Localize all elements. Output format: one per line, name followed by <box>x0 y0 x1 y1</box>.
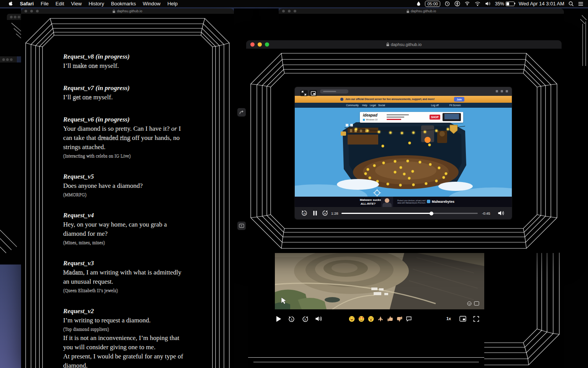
traffic-light[interactable] <box>6 58 9 61</box>
background-window <box>561 8 588 368</box>
play-button[interactable] <box>276 315 282 322</box>
menubar-item-bookmarks[interactable]: Bookmarks <box>108 1 139 7</box>
nav-link[interactable]: Social <box>378 104 385 107</box>
timer-widget[interactable]: 05:00 <box>425 1 440 7</box>
close-button[interactable] <box>250 43 255 47</box>
emoji-thumbs-up-icon[interactable] <box>387 316 393 322</box>
apple-logo-icon <box>8 1 13 7</box>
exit-fullscreen-button[interactable] <box>300 90 308 96</box>
menu-icon <box>506 90 508 92</box>
volume-button[interactable] <box>498 210 505 217</box>
traffic-light[interactable] <box>14 16 16 18</box>
window-titlebar[interactable]: daphsu.github.io <box>21 8 234 14</box>
volume-button[interactable] <box>315 315 322 322</box>
traffic-light[interactable] <box>10 16 13 18</box>
spotlight-search-icon[interactable] <box>568 1 574 7</box>
emoji-thumbs-down-icon[interactable] <box>397 316 403 322</box>
wifi-icon[interactable] <box>474 1 481 6</box>
battery-icon <box>506 2 514 6</box>
background-window-titlebar <box>7 14 21 20</box>
nav-link[interactable]: Legal <box>370 104 376 107</box>
svg-text:15: 15 <box>323 212 326 215</box>
zoom-button[interactable] <box>294 10 296 13</box>
skip-forward-button[interactable]: 15 <box>322 210 328 217</box>
lock-icon <box>407 10 409 13</box>
join-button[interactable]: Join <box>454 97 464 102</box>
svg-text:15: 15 <box>303 212 305 215</box>
menubar-clock[interactable]: Wed Apr 14 3:01 AM <box>519 1 564 7</box>
window-title: daphsu.github.io <box>113 9 142 13</box>
menubar-app-name[interactable]: Safari <box>16 1 37 7</box>
fit-screen-button[interactable]: Fit Screen <box>449 104 461 107</box>
battery-status[interactable]: 35% <box>495 1 514 7</box>
mine-video[interactable] <box>275 250 484 309</box>
emoji-laughing-icon[interactable] <box>349 316 355 322</box>
window-titlebar[interactable]: daphsu.github.io <box>279 8 564 14</box>
fullscreen-button[interactable] <box>473 316 479 322</box>
skip-back-button[interactable]: 15 <box>301 210 308 217</box>
diamond-frame-art <box>248 357 484 358</box>
remaining-time: -0:45 <box>482 211 490 215</box>
log-off-button[interactable]: Log off <box>431 104 439 107</box>
elapsed-time: 1:28 <box>331 211 338 215</box>
game-scene[interactable]: ideapad Windows 10 SHOP <box>295 108 512 197</box>
picture-in-picture-button[interactable] <box>309 90 317 96</box>
droplet-icon[interactable] <box>416 1 421 6</box>
airdrop-icon[interactable] <box>464 1 470 6</box>
skip-forward-button[interactable]: 5 <box>302 315 309 323</box>
comment-button[interactable] <box>406 316 412 322</box>
background-window-titlebar <box>0 56 17 62</box>
zoom-button[interactable] <box>36 10 39 13</box>
window-titlebar[interactable]: daphsu.github.io <box>246 40 562 49</box>
menubar-item-window[interactable]: Window <box>139 1 164 7</box>
video-button[interactable] <box>237 222 246 230</box>
apple-menu[interactable] <box>5 1 16 7</box>
menubar-item-view[interactable]: View <box>68 1 85 7</box>
control-center-icon[interactable] <box>578 2 583 6</box>
emoji-praying-hands-icon[interactable] <box>377 316 384 322</box>
background-window-frame-fragment <box>0 215 21 264</box>
pause-button[interactable] <box>312 210 318 217</box>
shop-button[interactable]: SHOP <box>430 115 440 120</box>
safari-window-front[interactable]: daphsu.github.io <box>246 40 562 253</box>
lenovo-ad-banner[interactable]: ideapad Windows 10 SHOP <box>360 112 463 123</box>
playback-speed-button[interactable]: 1x <box>446 316 451 321</box>
request-block: Request_v6 (in progress) Your diamond is… <box>63 115 186 159</box>
malwarebytes-banner: Malware sucks. ALL-RITE? Protect your de… <box>295 197 512 207</box>
menubar-item-help[interactable]: Help <box>164 1 181 7</box>
svg-text:5: 5 <box>304 318 306 321</box>
skip-back-button[interactable]: 5 <box>288 315 295 323</box>
malwarebytes-logo-icon <box>427 200 430 203</box>
cp-progress-knob[interactable] <box>430 212 433 215</box>
menubar-item-history[interactable]: History <box>85 1 107 7</box>
macos-menubar: Safari File Edit View History Bookmarks … <box>0 0 588 7</box>
menubar-item-edit[interactable]: Edit <box>52 1 67 7</box>
nav-link[interactable]: Help <box>362 104 367 107</box>
close-button[interactable] <box>282 10 285 13</box>
traffic-light[interactable] <box>10 58 13 61</box>
game-navbar: Community Help Legal Social Log off Fit … <box>295 103 512 108</box>
embedded-video-player[interactable]: Join our official Discord server for liv… <box>295 87 512 219</box>
request-block: Request_v8 (in progress) I’ll make one m… <box>63 52 186 71</box>
volume-icon[interactable] <box>485 1 491 6</box>
safari-window-requests[interactable]: daphsu.github.io Request_v8 (in progress… <box>21 8 234 368</box>
traffic-light[interactable] <box>18 16 20 18</box>
minimize-button[interactable] <box>288 10 291 13</box>
time-machine-icon[interactable] <box>444 1 450 7</box>
video-controls: 15 15 1:28 -0:45 <box>295 207 512 219</box>
menubar-item-file[interactable]: File <box>37 1 52 7</box>
traffic-light[interactable] <box>2 58 5 61</box>
share-button[interactable] <box>237 108 246 117</box>
minimize-button[interactable] <box>258 43 262 47</box>
accessibility-icon[interactable] <box>454 1 460 7</box>
emoji-surprised-icon[interactable] <box>368 316 374 322</box>
discord-icon <box>340 98 343 101</box>
picture-in-picture-button[interactable] <box>459 316 466 322</box>
lock-icon <box>113 10 115 13</box>
nav-link[interactable]: Community <box>346 104 359 107</box>
close-button[interactable] <box>24 10 27 13</box>
progress-bar[interactable] <box>341 213 478 214</box>
minimize-button[interactable] <box>30 10 33 13</box>
zoom-button[interactable] <box>265 43 269 47</box>
emoji-heart-eyes-icon[interactable] <box>358 316 364 322</box>
